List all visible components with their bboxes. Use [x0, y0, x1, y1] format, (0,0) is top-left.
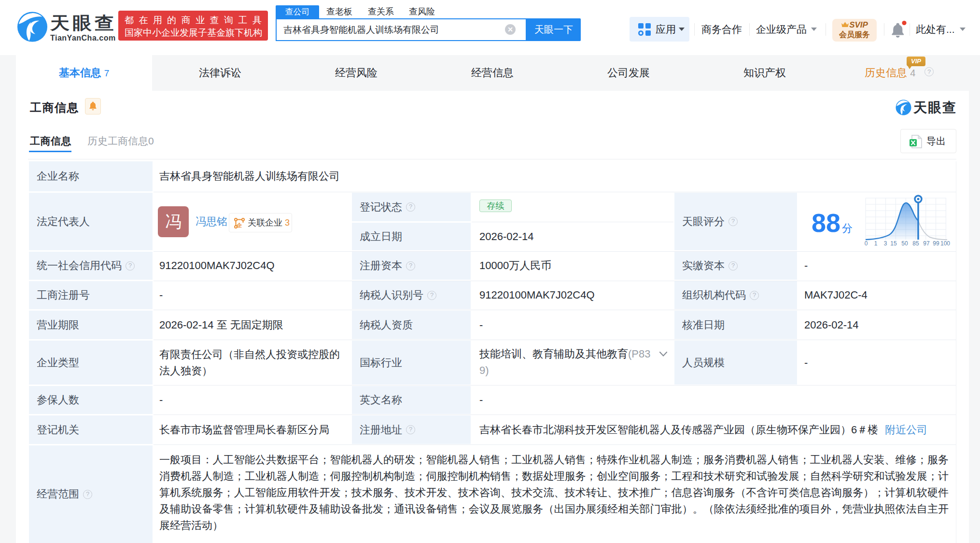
svg-text:50: 50 [901, 240, 908, 247]
svg-text:1: 1 [874, 240, 878, 247]
svg-text:15: 15 [890, 240, 897, 247]
svg-text:企: 企 [237, 222, 242, 228]
svg-text:85: 85 [912, 240, 919, 247]
svg-text:0: 0 [865, 240, 868, 247]
svg-text:100: 100 [940, 240, 950, 247]
svg-text:99: 99 [933, 240, 939, 247]
svg-text:3: 3 [884, 240, 887, 247]
svg-text:97: 97 [923, 240, 930, 247]
